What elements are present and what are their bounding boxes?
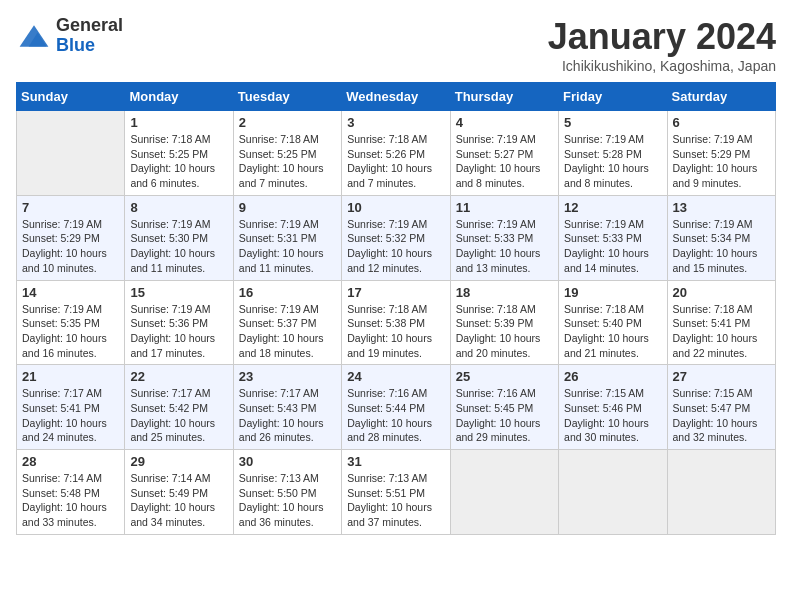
- day-info: Sunrise: 7:19 AM Sunset: 5:28 PM Dayligh…: [564, 132, 661, 191]
- calendar-cell: 6Sunrise: 7:19 AM Sunset: 5:29 PM Daylig…: [667, 111, 775, 196]
- day-info: Sunrise: 7:19 AM Sunset: 5:29 PM Dayligh…: [22, 217, 119, 276]
- title-block: January 2024 Ichikikushikino, Kagoshima,…: [548, 16, 776, 74]
- calendar-table: SundayMondayTuesdayWednesdayThursdayFrid…: [16, 82, 776, 535]
- logo-text: General Blue: [56, 16, 123, 56]
- day-info: Sunrise: 7:19 AM Sunset: 5:32 PM Dayligh…: [347, 217, 444, 276]
- calendar-cell: 26Sunrise: 7:15 AM Sunset: 5:46 PM Dayli…: [559, 365, 667, 450]
- calendar-week-row: 14Sunrise: 7:19 AM Sunset: 5:35 PM Dayli…: [17, 280, 776, 365]
- day-info: Sunrise: 7:19 AM Sunset: 5:37 PM Dayligh…: [239, 302, 336, 361]
- day-info: Sunrise: 7:18 AM Sunset: 5:38 PM Dayligh…: [347, 302, 444, 361]
- day-number: 17: [347, 285, 444, 300]
- location-subtitle: Ichikikushikino, Kagoshima, Japan: [548, 58, 776, 74]
- day-info: Sunrise: 7:13 AM Sunset: 5:50 PM Dayligh…: [239, 471, 336, 530]
- calendar-cell: 15Sunrise: 7:19 AM Sunset: 5:36 PM Dayli…: [125, 280, 233, 365]
- logo-icon: [16, 18, 52, 54]
- day-number: 30: [239, 454, 336, 469]
- day-info: Sunrise: 7:18 AM Sunset: 5:39 PM Dayligh…: [456, 302, 553, 361]
- logo-blue-text: Blue: [56, 36, 123, 56]
- calendar-cell: 16Sunrise: 7:19 AM Sunset: 5:37 PM Dayli…: [233, 280, 341, 365]
- day-info: Sunrise: 7:16 AM Sunset: 5:45 PM Dayligh…: [456, 386, 553, 445]
- month-title: January 2024: [548, 16, 776, 58]
- calendar-cell: 7Sunrise: 7:19 AM Sunset: 5:29 PM Daylig…: [17, 195, 125, 280]
- day-info: Sunrise: 7:19 AM Sunset: 5:30 PM Dayligh…: [130, 217, 227, 276]
- calendar-cell: 31Sunrise: 7:13 AM Sunset: 5:51 PM Dayli…: [342, 450, 450, 535]
- day-number: 21: [22, 369, 119, 384]
- day-number: 5: [564, 115, 661, 130]
- day-info: Sunrise: 7:15 AM Sunset: 5:46 PM Dayligh…: [564, 386, 661, 445]
- calendar-cell: 28Sunrise: 7:14 AM Sunset: 5:48 PM Dayli…: [17, 450, 125, 535]
- day-number: 31: [347, 454, 444, 469]
- day-info: Sunrise: 7:18 AM Sunset: 5:40 PM Dayligh…: [564, 302, 661, 361]
- calendar-cell: 1Sunrise: 7:18 AM Sunset: 5:25 PM Daylig…: [125, 111, 233, 196]
- day-number: 19: [564, 285, 661, 300]
- weekday-header-friday: Friday: [559, 83, 667, 111]
- calendar-cell: 27Sunrise: 7:15 AM Sunset: 5:47 PM Dayli…: [667, 365, 775, 450]
- day-info: Sunrise: 7:19 AM Sunset: 5:34 PM Dayligh…: [673, 217, 770, 276]
- calendar-cell: 25Sunrise: 7:16 AM Sunset: 5:45 PM Dayli…: [450, 365, 558, 450]
- day-number: 29: [130, 454, 227, 469]
- logo-general-text: General: [56, 16, 123, 36]
- day-number: 4: [456, 115, 553, 130]
- day-number: 12: [564, 200, 661, 215]
- weekday-header-saturday: Saturday: [667, 83, 775, 111]
- day-number: 15: [130, 285, 227, 300]
- day-info: Sunrise: 7:13 AM Sunset: 5:51 PM Dayligh…: [347, 471, 444, 530]
- calendar-cell: 24Sunrise: 7:16 AM Sunset: 5:44 PM Dayli…: [342, 365, 450, 450]
- day-number: 26: [564, 369, 661, 384]
- calendar-cell: [17, 111, 125, 196]
- day-number: 25: [456, 369, 553, 384]
- calendar-cell: 13Sunrise: 7:19 AM Sunset: 5:34 PM Dayli…: [667, 195, 775, 280]
- calendar-cell: 3Sunrise: 7:18 AM Sunset: 5:26 PM Daylig…: [342, 111, 450, 196]
- day-number: 16: [239, 285, 336, 300]
- day-number: 23: [239, 369, 336, 384]
- page-header: General Blue January 2024 Ichikikushikin…: [16, 16, 776, 74]
- day-info: Sunrise: 7:19 AM Sunset: 5:27 PM Dayligh…: [456, 132, 553, 191]
- calendar-cell: 17Sunrise: 7:18 AM Sunset: 5:38 PM Dayli…: [342, 280, 450, 365]
- day-number: 13: [673, 200, 770, 215]
- day-number: 8: [130, 200, 227, 215]
- day-info: Sunrise: 7:17 AM Sunset: 5:42 PM Dayligh…: [130, 386, 227, 445]
- calendar-week-row: 28Sunrise: 7:14 AM Sunset: 5:48 PM Dayli…: [17, 450, 776, 535]
- day-info: Sunrise: 7:17 AM Sunset: 5:43 PM Dayligh…: [239, 386, 336, 445]
- day-info: Sunrise: 7:14 AM Sunset: 5:48 PM Dayligh…: [22, 471, 119, 530]
- calendar-cell: [667, 450, 775, 535]
- day-info: Sunrise: 7:18 AM Sunset: 5:25 PM Dayligh…: [239, 132, 336, 191]
- day-info: Sunrise: 7:19 AM Sunset: 5:29 PM Dayligh…: [673, 132, 770, 191]
- calendar-cell: 18Sunrise: 7:18 AM Sunset: 5:39 PM Dayli…: [450, 280, 558, 365]
- day-info: Sunrise: 7:19 AM Sunset: 5:36 PM Dayligh…: [130, 302, 227, 361]
- day-number: 2: [239, 115, 336, 130]
- day-info: Sunrise: 7:16 AM Sunset: 5:44 PM Dayligh…: [347, 386, 444, 445]
- calendar-cell: [450, 450, 558, 535]
- weekday-header-monday: Monday: [125, 83, 233, 111]
- day-number: 20: [673, 285, 770, 300]
- day-info: Sunrise: 7:18 AM Sunset: 5:25 PM Dayligh…: [130, 132, 227, 191]
- day-info: Sunrise: 7:18 AM Sunset: 5:26 PM Dayligh…: [347, 132, 444, 191]
- calendar-cell: 19Sunrise: 7:18 AM Sunset: 5:40 PM Dayli…: [559, 280, 667, 365]
- calendar-week-row: 7Sunrise: 7:19 AM Sunset: 5:29 PM Daylig…: [17, 195, 776, 280]
- day-number: 27: [673, 369, 770, 384]
- calendar-week-row: 21Sunrise: 7:17 AM Sunset: 5:41 PM Dayli…: [17, 365, 776, 450]
- day-number: 1: [130, 115, 227, 130]
- calendar-cell: 30Sunrise: 7:13 AM Sunset: 5:50 PM Dayli…: [233, 450, 341, 535]
- calendar-cell: 8Sunrise: 7:19 AM Sunset: 5:30 PM Daylig…: [125, 195, 233, 280]
- day-info: Sunrise: 7:14 AM Sunset: 5:49 PM Dayligh…: [130, 471, 227, 530]
- weekday-header-thursday: Thursday: [450, 83, 558, 111]
- day-number: 14: [22, 285, 119, 300]
- day-number: 9: [239, 200, 336, 215]
- day-info: Sunrise: 7:17 AM Sunset: 5:41 PM Dayligh…: [22, 386, 119, 445]
- logo: General Blue: [16, 16, 123, 56]
- day-number: 22: [130, 369, 227, 384]
- calendar-cell: 14Sunrise: 7:19 AM Sunset: 5:35 PM Dayli…: [17, 280, 125, 365]
- calendar-cell: 21Sunrise: 7:17 AM Sunset: 5:41 PM Dayli…: [17, 365, 125, 450]
- weekday-header-sunday: Sunday: [17, 83, 125, 111]
- calendar-cell: 5Sunrise: 7:19 AM Sunset: 5:28 PM Daylig…: [559, 111, 667, 196]
- calendar-week-row: 1Sunrise: 7:18 AM Sunset: 5:25 PM Daylig…: [17, 111, 776, 196]
- calendar-cell: 20Sunrise: 7:18 AM Sunset: 5:41 PM Dayli…: [667, 280, 775, 365]
- weekday-header-wednesday: Wednesday: [342, 83, 450, 111]
- calendar-cell: 29Sunrise: 7:14 AM Sunset: 5:49 PM Dayli…: [125, 450, 233, 535]
- calendar-cell: 4Sunrise: 7:19 AM Sunset: 5:27 PM Daylig…: [450, 111, 558, 196]
- day-number: 3: [347, 115, 444, 130]
- day-info: Sunrise: 7:18 AM Sunset: 5:41 PM Dayligh…: [673, 302, 770, 361]
- day-number: 7: [22, 200, 119, 215]
- weekday-header-row: SundayMondayTuesdayWednesdayThursdayFrid…: [17, 83, 776, 111]
